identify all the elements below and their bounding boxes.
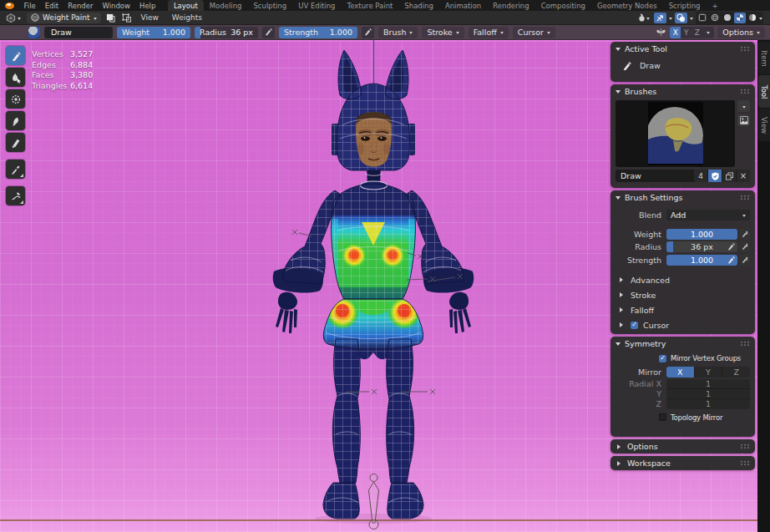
strength-slider-header[interactable]: Strength1.000 — [279, 27, 357, 38]
panel-options-header[interactable]: Options — [610, 439, 755, 453]
workspace-modeling[interactable]: Modeling — [204, 0, 248, 11]
shading-solid-button[interactable] — [722, 13, 733, 23]
pressure-icon[interactable] — [727, 256, 735, 264]
brush-select-dropdown[interactable] — [737, 100, 750, 112]
active-tool-button[interactable]: Draw — [44, 27, 113, 38]
paint-mask-vertex-toggle[interactable] — [120, 13, 133, 23]
menu-view[interactable]: View — [136, 13, 164, 22]
mirror-x-button[interactable]: X — [666, 367, 695, 377]
panel-workspace-header[interactable]: Workspace — [610, 456, 755, 470]
workspace-texture-paint[interactable]: Texture Paint — [342, 0, 399, 11]
grip-icon[interactable] — [740, 443, 750, 449]
radial-z-field[interactable]: 1 — [666, 399, 750, 409]
section-cursor[interactable]: ✓Cursor — [610, 317, 755, 332]
radius-slider[interactable]: 36 px — [666, 241, 737, 252]
tool-blur[interactable] — [6, 68, 25, 87]
brush-thumbnail-small[interactable] — [28, 27, 40, 38]
tool-gradient[interactable] — [6, 133, 25, 152]
tool-sample-weight[interactable] — [6, 160, 25, 179]
radius-slider-header[interactable]: Radius36 px — [195, 27, 258, 38]
brush-dropdown[interactable]: Brush — [378, 27, 418, 38]
paint-mask-face-toggle[interactable] — [104, 13, 117, 23]
radial-x-field[interactable]: 1 — [666, 379, 750, 389]
workspace-shading[interactable]: Shading — [398, 0, 439, 11]
duplicate-brush-button[interactable] — [722, 170, 736, 182]
blend-dropdown[interactable]: Add — [666, 210, 750, 220]
grip-icon[interactable] — [740, 89, 750, 94]
tool-annotate[interactable] — [6, 186, 25, 205]
cursor-dropdown[interactable]: Cursor — [513, 27, 555, 38]
mirror-y-header[interactable]: Y — [681, 27, 691, 38]
tool-draw[interactable] — [6, 46, 25, 65]
strength-pressure-toggle[interactable] — [362, 27, 374, 38]
editor-type-button[interactable] — [3, 13, 23, 23]
mirror-z-button[interactable]: Z — [722, 367, 750, 377]
unlink-brush-button[interactable]: × — [736, 170, 750, 182]
shading-material-button[interactable] — [734, 13, 746, 23]
panel-brushes-header[interactable]: Brushes — [610, 84, 755, 99]
workspace-rendering[interactable]: Rendering — [487, 0, 534, 11]
workspace-compositing[interactable]: Compositing — [535, 0, 591, 11]
falloff-dropdown[interactable]: Falloff — [469, 27, 509, 38]
fake-user-toggle[interactable] — [707, 170, 722, 182]
menu-render[interactable]: Render — [63, 2, 98, 10]
snapping-button[interactable] — [636, 13, 651, 23]
mirror-more-dropdown[interactable] — [702, 27, 714, 38]
menu-file[interactable]: File — [19, 2, 40, 10]
grip-icon[interactable] — [740, 195, 750, 200]
strength-slider[interactable]: 1.000 — [666, 255, 737, 266]
section-stroke[interactable]: Stroke — [610, 287, 755, 302]
grip-icon[interactable] — [740, 341, 750, 347]
workspace-uv-editing[interactable]: UV Editing — [292, 0, 341, 11]
add-workspace-button[interactable]: + — [706, 0, 723, 11]
grip-icon[interactable] — [740, 46, 750, 52]
unified-strength-toggle[interactable] — [739, 255, 750, 266]
mirror-x-header[interactable]: X — [670, 27, 681, 38]
mirror-z-header[interactable]: Z — [691, 27, 702, 38]
panel-active-tool-header[interactable]: Active Tool — [610, 42, 755, 56]
unified-weight-toggle[interactable] — [739, 229, 750, 240]
menu-edit[interactable]: Edit — [40, 2, 63, 10]
3d-viewport[interactable]: Vertices3,527 Edges6,884 Faces3,380 Tria… — [0, 40, 770, 532]
panel-brush-settings-header[interactable]: Brush Settings — [610, 190, 755, 205]
workspace-sculpting[interactable]: Sculpting — [247, 0, 292, 11]
section-advanced[interactable]: Advanced — [610, 272, 755, 287]
show-gizmo-toggle[interactable] — [654, 13, 666, 23]
options-dropdown[interactable]: Options — [717, 27, 765, 38]
tab-view[interactable]: View — [758, 109, 770, 141]
toggle-xray-button[interactable] — [697, 13, 708, 23]
tool-average[interactable] — [6, 89, 25, 109]
brush-asset-icon[interactable] — [737, 114, 750, 126]
show-overlays-toggle[interactable] — [675, 13, 687, 23]
tab-tool[interactable]: Tool — [758, 75, 770, 108]
radial-y-field[interactable]: 1 — [666, 389, 750, 399]
menu-help[interactable]: Help — [134, 2, 160, 10]
panel-symmetry-header[interactable]: Symmetry — [610, 337, 755, 351]
weight-slider-header[interactable]: Weight1.000 — [117, 27, 190, 38]
menu-window[interactable]: Window — [98, 2, 135, 10]
mirror-vertex-groups-checkbox[interactable]: ✓ — [659, 355, 666, 362]
workspace-layout[interactable]: Layout — [168, 0, 204, 11]
weight-slider[interactable]: 1.000 — [666, 229, 737, 240]
topology-mirror-checkbox[interactable] — [659, 413, 666, 421]
brush-users-count[interactable]: 4 — [693, 170, 707, 182]
tab-item[interactable]: Item — [758, 42, 770, 74]
menu-weights[interactable]: Weights — [167, 13, 207, 22]
shading-wireframe-button[interactable] — [709, 13, 721, 23]
workspace-geometry-nodes[interactable]: Geometry Nodes — [591, 0, 663, 11]
cursor-checkbox[interactable]: ✓ — [631, 322, 638, 329]
section-falloff[interactable]: Falloff — [610, 302, 755, 317]
radius-pressure-toggle[interactable] — [262, 27, 275, 38]
pressure-icon[interactable] — [727, 243, 735, 251]
brush-preview[interactable] — [615, 100, 735, 167]
mirror-y-button[interactable]: Y — [695, 367, 723, 377]
workspace-animation[interactable]: Animation — [439, 0, 487, 11]
workspace-scripting[interactable]: Scripting — [663, 0, 707, 11]
mode-dropdown[interactable]: Weight Paint — [27, 13, 101, 23]
stroke-dropdown[interactable]: Stroke — [422, 27, 464, 38]
shading-rendered-button[interactable] — [747, 13, 758, 23]
unified-radius-toggle[interactable] — [739, 241, 750, 252]
blender-logo[interactable] — [5, 3, 14, 9]
tool-smear[interactable] — [6, 111, 25, 130]
grip-icon[interactable] — [740, 460, 750, 466]
